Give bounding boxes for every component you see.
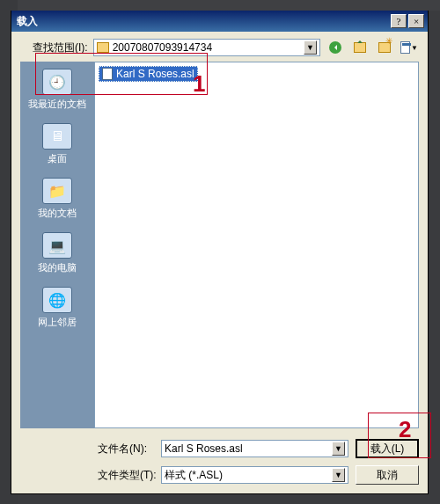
recent-icon: 🕘 (42, 69, 72, 95)
new-folder-icon (378, 42, 391, 53)
back-icon (329, 41, 341, 54)
views-button[interactable]: ▼ (400, 39, 419, 56)
place-label: 网上邻居 (26, 316, 89, 329)
filename-label: 文件名(N): (98, 442, 154, 457)
views-icon (400, 41, 410, 54)
lookin-combo[interactable]: 20070807093914734 ▼ (93, 39, 320, 56)
filename-value: Karl S Roses.asl (165, 442, 332, 455)
lookin-value: 20070807093914734 (113, 41, 304, 54)
place-recent[interactable]: 🕘 我最近的文档 (26, 69, 89, 111)
chevron-down-icon: ▼ (411, 44, 418, 52)
back-button[interactable] (326, 39, 345, 56)
toolbar: 查找范围(I): 20070807093914734 ▼ ▼ (11, 32, 428, 62)
close-button[interactable]: × (408, 14, 424, 28)
place-desktop[interactable]: 🖥 桌面 (26, 123, 89, 165)
up-one-level-button[interactable] (350, 39, 370, 56)
lookin-label: 查找范围(I): (33, 40, 88, 55)
dialog-body: 🕘 我最近的文档 🖥 桌面 📁 我的文档 💻 我的电脑 🌐 网上邻居 (11, 62, 428, 434)
place-label: 桌面 (26, 152, 89, 165)
network-icon: 🌐 (42, 287, 72, 313)
help-button[interactable]: ? (391, 14, 407, 28)
app-background (0, 0, 440, 11)
filetype-select[interactable]: 样式 (*.ASL) ▼ (161, 466, 348, 484)
chevron-down-icon[interactable]: ▼ (332, 442, 345, 456)
cancel-button[interactable]: 取消 (356, 465, 419, 485)
filename-input[interactable]: Karl S Roses.asl ▼ (161, 440, 348, 457)
filetype-value: 样式 (*.ASL) (165, 468, 332, 483)
bottom-panel: 文件名(N): Karl S Roses.asl ▼ 载入(L) 文件类型(T)… (11, 434, 428, 493)
mycomputer-icon: 💻 (42, 232, 72, 259)
load-button[interactable]: 载入(L) (356, 439, 419, 458)
titlebar[interactable]: 载入 ? × (11, 11, 428, 32)
desktop-icon: 🖥 (42, 123, 72, 150)
file-listing[interactable]: Karl S Roses.asl (94, 62, 419, 428)
file-name: Karl S Roses.asl (116, 68, 194, 80)
place-mydocs[interactable]: 📁 我的文档 (26, 178, 89, 220)
chevron-down-icon[interactable]: ▼ (332, 468, 345, 482)
filetype-label: 文件类型(T): (98, 468, 154, 483)
place-label: 我最近的文档 (26, 98, 89, 111)
place-label: 我的电脑 (26, 261, 89, 274)
dialog-title: 载入 (15, 14, 389, 29)
mydocs-icon: 📁 (42, 178, 72, 204)
places-bar: 🕘 我最近的文档 🖥 桌面 📁 我的文档 💻 我的电脑 🌐 网上邻居 (20, 62, 94, 428)
up-one-level-icon (354, 42, 366, 53)
open-file-dialog: 载入 ? × 查找范围(I): 20070807093914734 ▼ ▼ 🕘 … (11, 11, 429, 494)
place-label: 我的文档 (26, 207, 89, 220)
place-mycomputer[interactable]: 💻 我的电脑 (26, 232, 89, 274)
folder-icon (97, 42, 109, 53)
place-network[interactable]: 🌐 网上邻居 (26, 287, 89, 329)
file-item-selected[interactable]: Karl S Roses.asl (99, 66, 198, 82)
asl-file-icon (102, 68, 113, 80)
chevron-down-icon[interactable]: ▼ (304, 40, 317, 55)
new-folder-button[interactable] (375, 39, 394, 56)
